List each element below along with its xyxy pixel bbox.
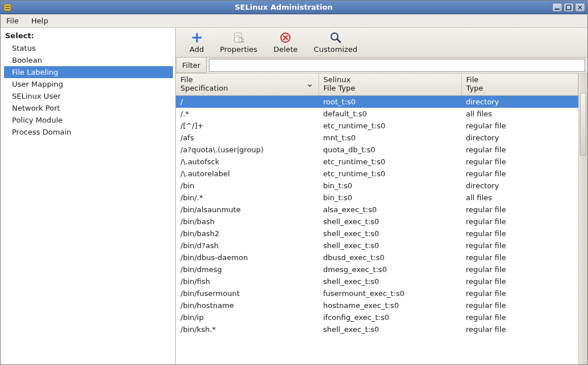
- table-row[interactable]: /bin/fishshell_exec_t:s0regular file: [176, 275, 578, 287]
- delete-label: Delete: [273, 45, 298, 54]
- cell-file-spec: /\.autofsck: [176, 156, 319, 168]
- cell-selinux-type: quota_db_t:s0: [319, 144, 461, 156]
- cell-selinux-type: dbusd_exec_t:s0: [319, 252, 461, 263]
- cell-file-type: regular file: [461, 263, 578, 275]
- cell-file-spec: /bin/ksh.*: [176, 323, 319, 335]
- app-window: SELinux Administration File Help Select:…: [0, 0, 588, 365]
- properties-button[interactable]: Properties: [212, 29, 265, 56]
- main-panel: Add Properties Delete: [176, 28, 587, 364]
- table-row[interactable]: /afsmnt_t:s0directory: [176, 132, 578, 144]
- table-row[interactable]: /bin/ksh.*shell_exec_t:s0regular file: [176, 323, 578, 335]
- customized-label: Customized: [314, 45, 358, 54]
- cell-file-type: all files: [461, 108, 578, 120]
- cell-file-type: regular file: [461, 252, 578, 263]
- table-row[interactable]: /root_t:s0directory: [176, 95, 578, 108]
- cell-file-type: directory: [461, 180, 578, 192]
- column-header-file-spec[interactable]: File Specification: [176, 74, 319, 95]
- cell-file-spec: /bin/ip: [176, 311, 319, 323]
- scrollbar-thumb[interactable]: [580, 93, 586, 156]
- sidebar-item[interactable]: User Mapping: [4, 78, 173, 90]
- table-row[interactable]: /bin/bashshell_exec_t:s0regular file: [176, 216, 578, 228]
- toolbar: Add Properties Delete: [176, 28, 587, 58]
- sidebar-item[interactable]: SELinux User: [4, 90, 173, 102]
- cell-file-type: regular file: [461, 144, 578, 156]
- table-row[interactable]: /\.autofscketc_runtime_t:s0regular file: [176, 156, 578, 168]
- add-button[interactable]: Add: [182, 29, 212, 56]
- cell-file-spec: /bin/fish: [176, 275, 319, 287]
- table-row[interactable]: /a?quota\.(user|group)quota_db_t:s0regul…: [176, 144, 578, 156]
- cell-file-spec: /bin/.*: [176, 192, 319, 204]
- cell-file-spec: /bin/dbus-daemon: [176, 252, 319, 263]
- sidebar-item[interactable]: Network Port: [4, 102, 173, 114]
- table-row[interactable]: /[^/]+etc_runtime_t:s0regular file: [176, 120, 578, 132]
- cell-selinux-type: mnt_t:s0: [319, 132, 461, 144]
- properties-label: Properties: [220, 45, 257, 54]
- cell-selinux-type: hostname_exec_t:s0: [319, 299, 461, 311]
- filter-row: Filter: [176, 58, 587, 74]
- cell-selinux-type: etc_runtime_t:s0: [319, 168, 461, 180]
- customized-button[interactable]: Customized: [306, 29, 366, 56]
- sidebar-item[interactable]: Boolean: [4, 54, 173, 66]
- cell-file-spec: /bin: [176, 180, 319, 192]
- table-row[interactable]: /bin/dbus-daemondbusd_exec_t:s0regular f…: [176, 252, 578, 263]
- cell-file-spec: /.*: [176, 108, 319, 120]
- column-header-file-type[interactable]: File Type: [461, 74, 578, 95]
- cell-selinux-type: root_t:s0: [319, 95, 461, 108]
- table-row[interactable]: /bin/bash2shell_exec_t:s0regular file: [176, 228, 578, 240]
- content-area: Select: StatusBooleanFile LabelingUser M…: [1, 28, 587, 364]
- cell-selinux-type: bin_t:s0: [319, 180, 461, 192]
- cell-file-spec: /[^/]+: [176, 120, 319, 132]
- cell-selinux-type: bin_t:s0: [319, 192, 461, 204]
- table-row[interactable]: /bin/alsaunmutealsa_exec_t:s0regular fil…: [176, 204, 578, 216]
- window-title: SELinux Administration: [15, 3, 552, 11]
- maximize-button[interactable]: [563, 3, 574, 12]
- minimize-button[interactable]: [552, 3, 562, 12]
- table-row[interactable]: /bin/.*bin_t:s0all files: [176, 192, 578, 204]
- delete-button[interactable]: Delete: [265, 29, 306, 56]
- cell-selinux-type: default_t:s0: [319, 108, 461, 120]
- sidebar-list: StatusBooleanFile LabelingUser MappingSE…: [4, 42, 173, 138]
- cell-file-spec: /afs: [176, 132, 319, 144]
- cell-file-type: regular file: [461, 168, 578, 180]
- cell-file-type: regular file: [461, 156, 578, 168]
- table-row[interactable]: /binbin_t:s0directory: [176, 180, 578, 192]
- close-button[interactable]: [575, 3, 585, 12]
- add-label: Add: [190, 45, 204, 54]
- table-row[interactable]: /bin/hostnamehostname_exec_t:s0regular f…: [176, 299, 578, 311]
- table-row[interactable]: /.*default_t:s0all files: [176, 108, 578, 120]
- cell-file-type: directory: [461, 95, 578, 108]
- cell-file-type: directory: [461, 132, 578, 144]
- cell-selinux-type: alsa_exec_t:s0: [319, 204, 461, 216]
- filter-input[interactable]: [209, 59, 585, 72]
- menu-file[interactable]: File: [4, 15, 21, 26]
- table-row[interactable]: /bin/d?ashshell_exec_t:s0regular file: [176, 240, 578, 252]
- cell-file-type: all files: [461, 192, 578, 204]
- filter-label: Filter: [176, 58, 207, 73]
- table-row[interactable]: /bin/dmesgdmesg_exec_t:s0regular file: [176, 263, 578, 275]
- sidebar-item[interactable]: Process Domain: [4, 126, 173, 138]
- cell-selinux-type: shell_exec_t:s0: [319, 228, 461, 240]
- sidebar-item[interactable]: File Labeling: [4, 66, 173, 78]
- cell-file-spec: /bin/hostname: [176, 299, 319, 311]
- cell-file-spec: /bin/bash: [176, 216, 319, 228]
- vertical-scrollbar[interactable]: [578, 74, 587, 364]
- cell-file-type: regular file: [461, 204, 578, 216]
- titlebar[interactable]: SELinux Administration: [1, 1, 587, 14]
- cell-file-spec: /: [176, 95, 319, 108]
- table-scroll: File Specification Selinux File Type Fil…: [176, 74, 578, 364]
- cell-selinux-type: fusermount_exec_t:s0: [319, 287, 461, 299]
- menu-help[interactable]: Help: [29, 15, 51, 26]
- svg-rect-3: [555, 9, 559, 10]
- cell-selinux-type: shell_exec_t:s0: [319, 240, 461, 252]
- sidebar-item[interactable]: Policy Module: [4, 114, 173, 126]
- table-row[interactable]: /bin/ipifconfig_exec_t:s0regular file: [176, 311, 578, 323]
- svg-rect-1: [5, 6, 10, 7]
- sidebar-item[interactable]: Status: [4, 42, 173, 54]
- table-area: File Specification Selinux File Type Fil…: [176, 74, 587, 364]
- table-row[interactable]: /\.autorelabeletc_runtime_t:s0regular fi…: [176, 168, 578, 180]
- cell-file-spec: /bin/d?ash: [176, 240, 319, 252]
- cell-file-type: regular file: [461, 311, 578, 323]
- properties-icon: [232, 31, 245, 44]
- table-row[interactable]: /bin/fusermountfusermount_exec_t:s0regul…: [176, 287, 578, 299]
- column-header-selinux-type[interactable]: Selinux File Type: [319, 74, 461, 95]
